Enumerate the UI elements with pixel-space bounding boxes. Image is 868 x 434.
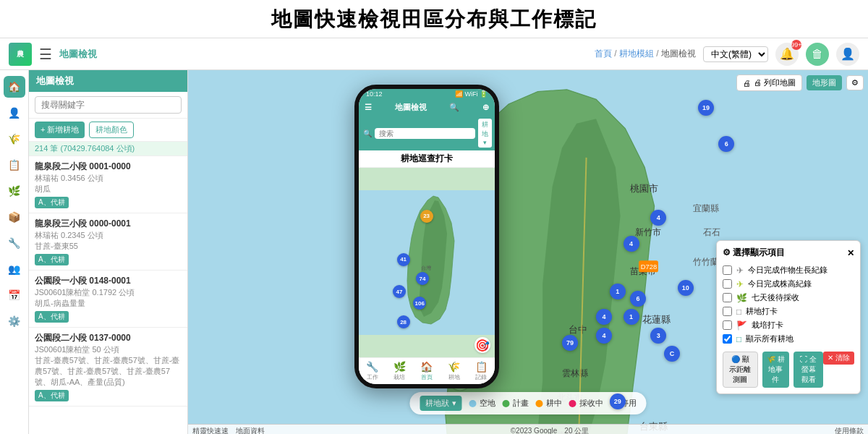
measure-button[interactable]: 🔵 顯示距離測圖 [723,352,758,388]
phone-outline-button[interactable]: 耕地 ▾ [478,119,492,148]
sidebar-icon-list[interactable]: 📋 [4,154,25,176]
phone-nav-cultivate[interactable]: 🌿栽培 [393,361,406,381]
events-button[interactable]: 🌾 耕地事件 [762,352,789,388]
count-label: 214 筆 (70429.764084 公頃) [29,142,187,156]
map-marker[interactable]: 79 [562,335,578,351]
phone-nav-work[interactable]: 🔧工作 [366,361,378,381]
breadcrumb-module[interactable]: 耕地模組 [619,48,654,59]
svg-text:花蓮縣: 花蓮縣 [642,314,671,325]
svg-text:宜蘭縣: 宜蘭縣 [693,203,719,213]
layer-checkbox[interactable] [723,279,732,289]
sidebar-icon-settings[interactable]: ⚙️ [4,310,25,332]
fullscreen-button[interactable]: ⛶ 全螢幕觀看 [793,352,823,388]
phone-map-svg: 台灣 [359,168,495,357]
map-marker[interactable]: 4 [624,236,639,252]
left-panel-search [29,92,187,119]
sidebar-icon-box[interactable]: 📦 [4,206,25,228]
sidebar-icon-plant[interactable]: 🌿 [4,180,25,202]
map-marker[interactable]: 10 [678,280,694,296]
legend-farming: 耕中 [536,398,562,409]
layer-label: 栽培打卡 [752,320,783,331]
svg-text:台中: 台中 [569,324,587,335]
field-item[interactable]: 公園段二小段 0137-0000 JS00601陳柏堂 50 公頃 甘蔗-臺農5… [29,328,187,407]
sidebar-icon-calendar[interactable]: 📅 [4,284,25,306]
layer-icon: 🚩 [736,320,747,331]
map-marker[interactable]: 4 [596,328,612,344]
phone-marker[interactable]: 41 [397,253,410,266]
sidebar-icon-team[interactable]: 👥 [4,258,25,280]
left-panel-header: 地圖檢視 [29,70,187,92]
location-button[interactable]: 🎯 [475,337,490,353]
map-marker[interactable]: 6 [630,291,646,307]
notification-button[interactable]: 🔔 99+ [775,43,799,66]
svg-text:台灣: 台灣 [421,265,431,271]
language-select[interactable]: 中文(繁體) [703,46,768,62]
layer-checkbox[interactable] [723,293,732,302]
phone-time: 10:12 [366,90,383,98]
layer-panel-footer: 🔵 顯示距離測圖 🌾 耕地事件 ⛶ 全螢幕觀看 [723,352,823,388]
phone-marker[interactable]: 74 [416,272,429,285]
map-marker[interactable]: C [664,346,680,362]
layer-icon: ✈ [736,279,744,289]
field-meta: 林瑞祐 0.3456 公頃 [35,173,182,184]
hamburger-icon[interactable]: ☰ [39,46,52,63]
status-text-mid: ©2023 Google 20 公里 [511,426,590,434]
phone-nav-search[interactable]: 🔍 [449,103,459,112]
phone-nav-plus[interactable]: ⊕ [482,103,489,112]
clear-layer-button[interactable]: ✕ 清除 [823,352,854,365]
layer-items: ✈ 今日完成作物生長紀錄 ✈ 今日完成株高紀錄 🌿 七天後待採收 □ 耕地打卡 … [723,263,854,346]
map-type-button[interactable]: 地形圖 [807,75,842,90]
layer-item: □ 顯示所有耕地 [723,332,854,346]
map-gear-button[interactable]: ⚙ [846,75,864,90]
top-nav: 農 ☰ 地圖檢視 首頁 / 耕地模組 / 地圖檢視 中文(繁體) 🔔 99+ 🗑… [0,38,868,70]
map-marker[interactable]: 19 [698,100,714,116]
breadcrumb-home[interactable]: 首頁 [595,48,612,59]
left-panel-actions: + 新增耕地 耕地顏色 [29,119,187,142]
field-tag: A、代耕 [35,254,69,265]
field-color-button[interactable]: 耕地顏色 [89,122,134,138]
add-field-button[interactable]: + 新增耕地 [35,122,85,138]
layer-checkbox[interactable] [723,320,732,330]
phone-search-input[interactable] [375,128,475,139]
phone-nav-hamburger[interactable]: ☰ [365,103,372,112]
user-button[interactable]: 👤 [836,43,859,66]
layer-label: 今日完成株高紀錄 [748,278,812,289]
sidebar-icon-crop[interactable]: 🌾 [4,128,25,150]
phone-marker[interactable]: 23 [420,210,433,223]
phone-nav-home[interactable]: 🏠首頁 [420,361,433,381]
layer-checkbox[interactable] [723,334,732,344]
svg-text:新竹市: 新竹市 [635,227,661,237]
field-sub-meta: 胡瓜-病蟲量量 [35,298,182,309]
app-logo: 農 [9,43,32,66]
map-marker[interactable]: 3 [650,328,666,344]
layer-panel-close[interactable]: ✕ [847,248,854,258]
legend-dropdown[interactable]: 耕地狀 ▾ [420,396,461,411]
sidebar-icons: 🏠 👤 🌾 📋 🌿 📦 🔧 👥 📅 ⚙️ [0,70,29,434]
search-input[interactable] [35,96,182,114]
trash-button[interactable]: 🗑 [806,43,829,66]
left-panel: 地圖檢視 + 新增耕地 耕地顏色 214 筆 (70429.764084 公頃)… [29,70,188,434]
field-item[interactable]: 龍泉段三小段 0000-0001 林瑞祐 0.2345 公頃 甘蔗-臺東55 A… [29,213,187,271]
field-item[interactable]: 公園段一小段 0148-0001 JS00601陳柏堂 0.1792 公頃 胡瓜… [29,271,187,328]
map-marker[interactable]: 1 [624,309,639,325]
field-item[interactable]: 龍泉段二小段 0001-0000 林瑞祐 0.3456 公頃 胡瓜 A、代耕 [29,156,187,213]
field-name: 龍泉段三小段 0000-0001 [35,218,182,230]
phone-nav-record[interactable]: 📋記錄 [475,361,488,381]
layer-label: 今日完成作物生長紀錄 [748,265,827,276]
sidebar-icon-user[interactable]: 👤 [4,102,25,124]
sidebar-icon-tool[interactable]: 🔧 [4,232,25,254]
layer-checkbox[interactable] [723,307,732,316]
field-list: 龍泉段二小段 0001-0000 林瑞祐 0.3456 公頃 胡瓜 A、代耕 龍… [29,156,187,434]
layer-item: □ 耕地打卡 [723,305,854,318]
phone-nav-farmland[interactable]: 🌾耕地 [448,361,460,381]
field-tag: A、代耕 [35,311,69,323]
field-tag: A、代耕 [35,197,69,208]
phone-marker[interactable]: 28 [397,315,410,328]
phone-nav-title: 地圖檢視 [395,102,427,113]
sidebar-icon-home[interactable]: 🏠 [4,76,25,98]
layer-checkbox[interactable] [723,265,732,275]
map-marker[interactable]: 1 [610,284,626,299]
print-map-button[interactable]: 🖨 🖨 列印地圖 [736,75,802,91]
layer-icon: 🌿 [736,293,747,303]
map-marker[interactable]: 29 [610,393,626,409]
